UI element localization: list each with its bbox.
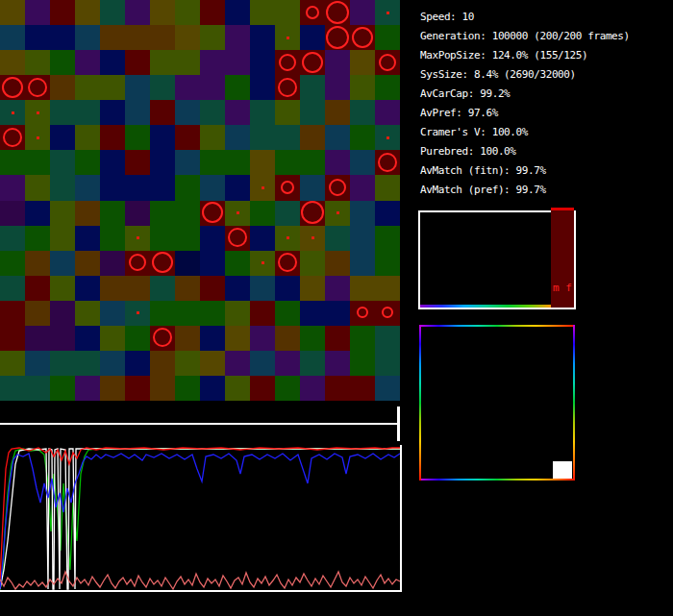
grid-cell <box>300 326 325 351</box>
grid-cell <box>150 376 175 401</box>
grid-cell <box>375 25 400 50</box>
grid-cell <box>125 100 150 125</box>
stat-line: AvPref: 97.6% <box>420 104 630 123</box>
stats-panel: Speed: 10Generation: 100000 (200/200 fra… <box>420 8 630 200</box>
grid-cell <box>50 201 75 226</box>
grid-cell <box>225 125 250 150</box>
grid-cell <box>275 150 300 175</box>
grid-cell <box>275 75 300 100</box>
grid-cell <box>125 175 150 200</box>
stat-line: AvMatch (pref): 99.7% <box>420 181 630 200</box>
grid-cell <box>300 251 325 276</box>
grid-cell <box>225 226 250 251</box>
grid-cell <box>200 0 225 25</box>
grid-cell <box>25 276 50 301</box>
grid-cell <box>375 125 400 150</box>
population-marker <box>553 461 572 479</box>
grid-cell <box>0 125 25 150</box>
grid-cell <box>75 326 100 351</box>
grid-cell <box>0 75 25 100</box>
grid-cell <box>250 301 275 326</box>
grid-cell <box>200 301 225 326</box>
stat-line: Cramer's V: 100.0% <box>420 123 630 142</box>
grid-cell <box>100 201 125 226</box>
grid-cell <box>250 50 275 75</box>
grid-cell <box>100 50 125 75</box>
grid-cell <box>125 125 150 150</box>
grid-cell <box>125 326 150 351</box>
grid-cell <box>200 376 225 401</box>
grid-cell <box>25 301 50 326</box>
grid-cell <box>75 276 100 301</box>
grid-cell <box>150 75 175 100</box>
grid-cell <box>25 150 50 175</box>
grid-cell <box>150 301 175 326</box>
grid-cell <box>250 75 275 100</box>
grid-cell <box>250 226 275 251</box>
grid-cell <box>0 301 25 326</box>
grid-cell <box>50 226 75 251</box>
grid-cell <box>50 251 75 276</box>
grid-cell <box>375 351 400 376</box>
grid-cell <box>300 351 325 376</box>
grid-cell <box>225 376 250 401</box>
grid-cell <box>300 50 325 75</box>
grid-cell <box>200 326 225 351</box>
grid-cell <box>50 376 75 401</box>
grid-cell <box>375 276 400 301</box>
simulation-window: Speed: 10Generation: 100000 (200/200 fra… <box>0 0 673 616</box>
grid-cell <box>250 201 275 226</box>
grid-cell <box>100 351 125 376</box>
grid-cell <box>375 251 400 276</box>
grid-cell <box>300 75 325 100</box>
grid-cell <box>100 0 125 25</box>
grid-cell <box>250 0 275 25</box>
grid-cell <box>150 276 175 301</box>
grid-cell <box>325 175 350 200</box>
grid-cell <box>25 226 50 251</box>
population-bar-overflow-cap <box>551 208 574 210</box>
grid-cell <box>375 75 400 100</box>
grid-cell <box>175 125 200 150</box>
grid-cell <box>175 251 200 276</box>
grid-cell <box>375 226 400 251</box>
grid-cell <box>125 201 150 226</box>
grid-cell <box>175 0 200 25</box>
grid-cell <box>375 0 400 25</box>
timeline-handle[interactable] <box>397 407 400 441</box>
timeline-track[interactable] <box>0 423 397 425</box>
grid-cell <box>0 376 25 401</box>
grid-cell <box>375 201 400 226</box>
grid-cell <box>375 150 400 175</box>
grid-cell <box>125 301 150 326</box>
grid-cell <box>50 100 75 125</box>
grid-cell <box>150 326 175 351</box>
grid-cell <box>25 0 50 25</box>
grid-cell <box>175 376 200 401</box>
grid-cell <box>225 351 250 376</box>
grid-cell <box>200 276 225 301</box>
grid-cell <box>325 251 350 276</box>
grid-cell <box>50 276 75 301</box>
spectrum-border-bottom <box>419 479 575 480</box>
grid-cell <box>25 100 50 125</box>
grid-cell <box>200 226 225 251</box>
grid-cell <box>200 75 225 100</box>
grid-cell <box>0 276 25 301</box>
grid-cell <box>125 150 150 175</box>
grid-cell <box>0 351 25 376</box>
grid-cell <box>75 175 100 200</box>
grid-cell <box>275 351 300 376</box>
grid-cell <box>350 25 375 50</box>
spectrum-axis-strip <box>420 305 551 308</box>
grid-cell <box>350 50 375 75</box>
grid-cell <box>275 326 300 351</box>
grid-cell <box>275 0 300 25</box>
stat-line: SysSize: 8.4% (2690/32000) <box>420 65 630 85</box>
grid-cell <box>325 201 350 226</box>
grid-cell <box>0 226 25 251</box>
chart-series-white-stat <box>0 449 400 589</box>
grid-cell <box>325 226 350 251</box>
grid-cell <box>150 50 175 75</box>
grid-cell <box>225 25 250 50</box>
